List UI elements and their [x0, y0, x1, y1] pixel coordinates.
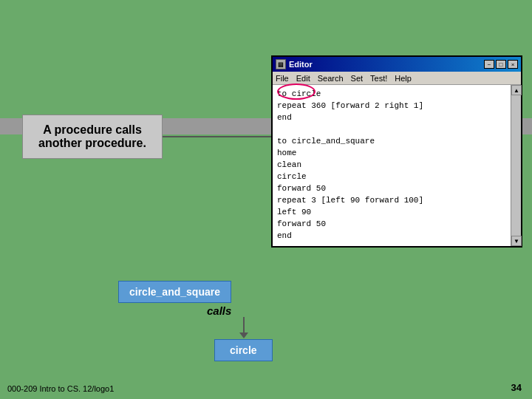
code-line-11: left 90 [277, 206, 516, 218]
diagram-box1-label: circle_and_square [129, 286, 220, 298]
code-line-6: home [277, 147, 516, 159]
editor-window-buttons[interactable]: − □ × [484, 60, 518, 69]
code-line-2: repeat 360 [forward 2 right 1] [277, 100, 516, 112]
code-line-5: to circle_and_square [277, 135, 516, 147]
code-line-3: end [277, 112, 516, 123]
footer-course: 000-209 Intro to CS. 12/logo1 [7, 384, 114, 393]
editor-app-icon: ▤ [276, 59, 286, 69]
menu-search[interactable]: Search [318, 74, 344, 83]
editor-titlebar-left: ▤ Editor [276, 59, 313, 69]
menu-edit[interactable]: Edit [296, 74, 310, 83]
code-line-10: repeat 3 [left 90 forward 100] [277, 194, 516, 206]
editor-menubar: File Edit Search Set Test! Help [273, 72, 521, 85]
minimize-button[interactable]: − [484, 60, 494, 69]
editor-content: to circle repeat 360 [forward 2 right 1]… [273, 85, 521, 246]
code-line-7: clean [277, 159, 516, 171]
arrow-to-editor [163, 136, 277, 137]
diagram-calls-label: calls [207, 304, 231, 317]
diagram-box-circle-and-square: circle_and_square [118, 281, 231, 303]
code-line-8: circle [277, 171, 516, 183]
scrollbar-down-button[interactable]: ▼ [511, 236, 522, 246]
code-line-13: end [277, 230, 516, 242]
code-line-9: forward 50 [277, 183, 516, 194]
procedure-label-box: A procedure calls another procedure. [22, 115, 163, 159]
code-line-4 [277, 123, 516, 135]
menu-test[interactable]: Test! [370, 74, 387, 83]
menu-set[interactable]: Set [351, 74, 364, 83]
editor-title: Editor [289, 60, 313, 69]
code-line-12: forward 50 [277, 218, 516, 230]
menu-help[interactable]: Help [395, 74, 412, 83]
editor-scrollbar[interactable]: ▲ ▼ [511, 85, 521, 246]
call-diagram: circle_and_square calls circle [118, 281, 355, 361]
code-line-1: to circle [277, 88, 516, 100]
page-number: 34 [511, 382, 522, 393]
diagram-call-arrow [243, 317, 245, 333]
scrollbar-up-button[interactable]: ▲ [511, 85, 522, 95]
diagram-box-circle: circle [214, 339, 273, 361]
close-button[interactable]: × [508, 60, 518, 69]
procedure-label-text: A procedure calls another procedure. [27, 123, 158, 150]
menu-file[interactable]: File [276, 74, 289, 83]
editor-window: ▤ Editor − □ × File Edit Search Set Test… [271, 55, 522, 248]
editor-titlebar: ▤ Editor − □ × [273, 57, 521, 72]
diagram-box2-label: circle [230, 344, 257, 356]
maximize-button[interactable]: □ [496, 60, 506, 69]
footer-course-text: 000-209 Intro to CS. 12/logo1 [7, 384, 114, 393]
